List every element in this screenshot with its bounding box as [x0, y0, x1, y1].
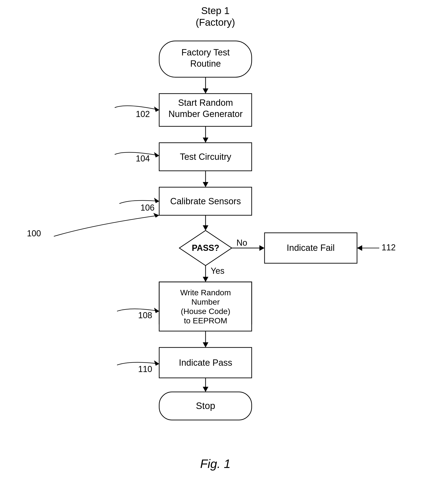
svg-text:Routine: Routine	[190, 59, 221, 69]
svg-marker-26	[203, 342, 208, 347]
svg-text:Number Generator: Number Generator	[169, 109, 243, 119]
svg-text:to EEPROM: to EEPROM	[184, 316, 227, 325]
svg-marker-10	[154, 198, 159, 203]
svg-text:Write Random: Write Random	[180, 288, 231, 297]
ref-100: 100	[27, 229, 41, 238]
yes-label: Yes	[211, 266, 225, 276]
svg-marker-18	[203, 277, 208, 282]
svg-marker-2	[203, 89, 208, 94]
ref-112: 112	[382, 243, 396, 252]
ref-102: 102	[136, 109, 150, 119]
svg-marker-6	[203, 138, 208, 143]
fig-label: Fig. 1	[200, 457, 231, 470]
svg-marker-29	[203, 387, 208, 392]
svg-marker-11	[153, 213, 159, 218]
ref-108: 108	[138, 310, 152, 320]
svg-marker-15	[259, 245, 265, 251]
ref-104: 104	[136, 154, 150, 163]
svg-marker-13	[203, 225, 208, 231]
ref-106: 106	[140, 203, 155, 212]
svg-text:Number: Number	[192, 297, 220, 306]
test-circuitry-label: Test Circuitry	[180, 152, 231, 162]
svg-text:(House Code): (House Code)	[181, 307, 230, 316]
no-label: No	[237, 238, 247, 248]
step-sublabel: (Factory)	[196, 17, 235, 28]
diagram-container: Step 1 (Factory) Factory Test Routine St…	[0, 0, 431, 504]
start-random-label: Start Random	[178, 98, 233, 108]
ref-110: 110	[138, 364, 152, 374]
pass-decision-label: PASS?	[192, 243, 219, 253]
indicate-fail-label: Indicate Fail	[287, 243, 335, 253]
svg-marker-16	[357, 245, 362, 251]
calibrate-sensors-label: Calibrate Sensors	[170, 196, 241, 206]
factory-test-routine-label: Factory Test	[182, 47, 230, 57]
stop-label: Stop	[196, 401, 215, 411]
svg-marker-9	[203, 182, 208, 187]
indicate-pass-label: Indicate Pass	[179, 358, 232, 368]
svg-marker-27	[154, 360, 159, 366]
step-label: Step 1	[201, 5, 229, 16]
